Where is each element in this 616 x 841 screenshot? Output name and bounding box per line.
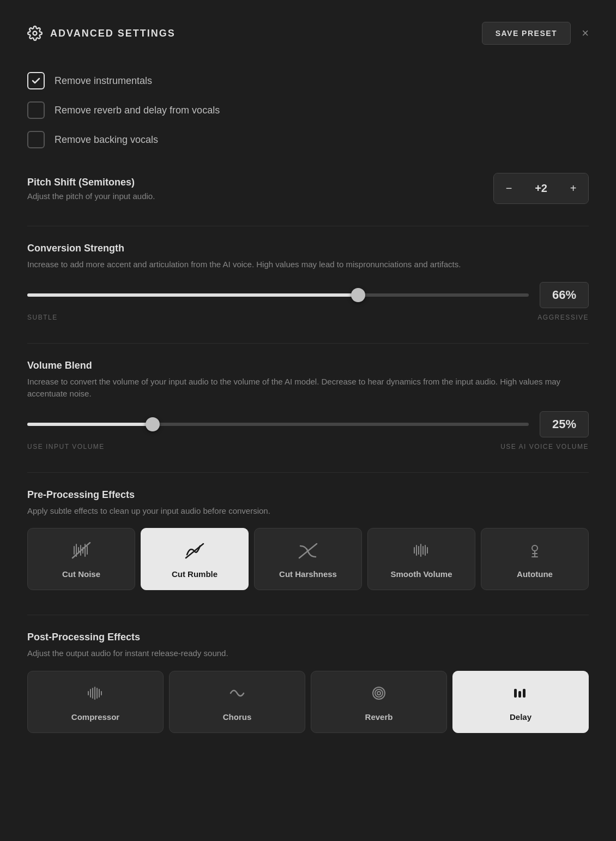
effect-autotune[interactable]: Autotune — [481, 528, 589, 590]
checkbox-remove-reverb[interactable]: Remove reverb and delay from vocals — [27, 101, 589, 119]
conversion-strength-desc: Increase to add more accent and articula… — [27, 259, 589, 271]
volume-blend-track — [27, 423, 529, 426]
svg-rect-11 — [414, 547, 415, 554]
effect-cut-rumble[interactable]: Cut Rumble — [141, 528, 249, 590]
post-processing-desc: Adjust the output audio for instant rele… — [27, 647, 589, 660]
header-left: ADVANCED SETTINGS — [27, 26, 176, 41]
gear-icon — [27, 26, 43, 41]
autotune-icon — [525, 542, 545, 562]
cut-noise-icon — [71, 542, 91, 562]
pitch-decrease-button[interactable]: − — [494, 173, 524, 203]
volume-blend-slider-wrapper: 25% — [27, 411, 589, 437]
effect-compressor[interactable]: Compressor — [27, 671, 164, 733]
checkmark-icon — [31, 76, 41, 86]
smooth-volume-label: Smooth Volume — [390, 569, 452, 579]
cut-harshness-label: Cut Harshness — [279, 569, 337, 579]
svg-rect-30 — [518, 691, 521, 698]
conversion-strength-fill — [27, 293, 358, 297]
svg-rect-19 — [88, 691, 89, 695]
advanced-settings-panel: ADVANCED SETTINGS SAVE PRESET × Remove i… — [0, 0, 616, 841]
svg-rect-13 — [418, 546, 419, 555]
svg-point-27 — [375, 689, 383, 697]
pitch-shift-info: Pitch Shift (Semitones) Adjust the pitch… — [27, 177, 155, 201]
close-button[interactable]: × — [582, 27, 589, 39]
svg-rect-12 — [416, 545, 417, 556]
header: ADVANCED SETTINGS SAVE PRESET × — [27, 22, 589, 45]
pitch-increase-button[interactable]: + — [558, 173, 588, 203]
svg-point-0 — [33, 32, 37, 35]
conversion-strength-track — [27, 293, 529, 297]
cut-harshness-icon — [298, 542, 318, 562]
volume-blend-title: Volume Blend — [27, 360, 589, 371]
pre-processing-section: Pre-Processing Effects Apply subtle effe… — [27, 489, 589, 591]
svg-rect-23 — [96, 688, 98, 699]
checkbox-remove-backing[interactable]: Remove backing vocals — [27, 131, 589, 148]
effect-chorus[interactable]: Chorus — [169, 671, 305, 733]
effect-reverb[interactable]: Reverb — [311, 671, 447, 733]
effect-cut-harshness[interactable]: Cut Harshness — [254, 528, 362, 590]
conversion-strength-title: Conversion Strength — [27, 243, 589, 254]
svg-rect-31 — [523, 689, 526, 698]
volume-blend-thumb[interactable] — [146, 417, 160, 431]
pre-processing-desc: Apply subtle effects to clean up your in… — [27, 505, 589, 518]
post-processing-section: Post-Processing Effects Adjust the outpu… — [27, 632, 589, 733]
svg-point-18 — [532, 545, 538, 551]
chorus-icon — [227, 684, 247, 705]
conversion-strength-label-left: SUBTLE — [27, 314, 58, 321]
conversion-strength-labels: SUBTLE AGGRESSIVE — [27, 314, 589, 321]
volume-blend-fill — [27, 423, 153, 426]
volume-blend-track-container[interactable] — [27, 423, 529, 426]
delay-label: Delay — [510, 712, 532, 722]
conversion-strength-section: Conversion Strength Increase to add more… — [27, 243, 589, 321]
checkbox-remove-backing-label: Remove backing vocals — [55, 134, 158, 146]
checkbox-remove-reverb-box[interactable] — [27, 101, 45, 119]
autotune-label: Autotune — [517, 569, 553, 579]
pre-processing-effects-grid: Cut Noise Cut Rumble — [27, 528, 589, 590]
effect-smooth-volume[interactable]: Smooth Volume — [367, 528, 475, 590]
svg-point-28 — [377, 692, 381, 695]
svg-rect-6 — [84, 544, 86, 557]
delay-icon — [511, 684, 530, 705]
svg-rect-7 — [87, 546, 88, 555]
conversion-strength-track-container[interactable] — [27, 293, 529, 297]
reverb-label: Reverb — [365, 712, 393, 722]
checkbox-remove-reverb-label: Remove reverb and delay from vocals — [55, 105, 220, 116]
page-title: ADVANCED SETTINGS — [50, 28, 176, 39]
volume-blend-desc: Increase to convert the volume of your i… — [27, 376, 589, 400]
pitch-shift-section: Pitch Shift (Semitones) Adjust the pitch… — [27, 173, 589, 204]
checkbox-remove-backing-box[interactable] — [27, 131, 45, 148]
volume-blend-value: 25% — [540, 411, 589, 437]
svg-rect-24 — [99, 689, 100, 698]
smooth-volume-icon — [412, 542, 431, 562]
svg-rect-22 — [94, 687, 95, 700]
post-processing-effects-grid: Compressor Chorus — [27, 671, 589, 733]
cut-rumble-label: Cut Rumble — [172, 569, 218, 579]
reverb-icon — [369, 684, 389, 705]
pre-processing-title: Pre-Processing Effects — [27, 489, 589, 501]
effect-cut-noise[interactable]: Cut Noise — [27, 528, 135, 590]
pitch-control: − +2 + — [493, 173, 589, 204]
pitch-shift-desc: Adjust the pitch of your input audio. — [27, 191, 155, 201]
pitch-value: +2 — [524, 182, 558, 195]
checkbox-remove-instrumentals[interactable]: Remove instrumentals — [27, 72, 589, 89]
svg-rect-25 — [101, 691, 102, 695]
volume-blend-label-right: USE AI VOICE VOLUME — [500, 443, 589, 450]
chorus-label: Chorus — [223, 712, 252, 722]
volume-blend-label-left: USE INPUT VOLUME — [27, 443, 105, 450]
header-right: SAVE PRESET × — [482, 22, 589, 45]
divider-1 — [27, 226, 589, 226]
checkbox-section: Remove instrumentals Remove reverb and d… — [27, 72, 589, 148]
divider-4 — [27, 615, 589, 615]
cut-rumble-icon — [185, 542, 204, 562]
conversion-strength-thumb[interactable] — [351, 288, 365, 302]
volume-blend-section: Volume Blend Increase to convert the vol… — [27, 360, 589, 450]
divider-3 — [27, 472, 589, 473]
effect-delay[interactable]: Delay — [452, 671, 589, 733]
save-preset-button[interactable]: SAVE PRESET — [482, 22, 571, 45]
svg-rect-1 — [74, 546, 75, 555]
checkbox-remove-instrumentals-box[interactable] — [27, 72, 45, 89]
post-processing-title: Post-Processing Effects — [27, 632, 589, 643]
divider-2 — [27, 343, 589, 344]
svg-rect-14 — [420, 544, 421, 557]
volume-blend-labels: USE INPUT VOLUME USE AI VOICE VOLUME — [27, 443, 589, 450]
